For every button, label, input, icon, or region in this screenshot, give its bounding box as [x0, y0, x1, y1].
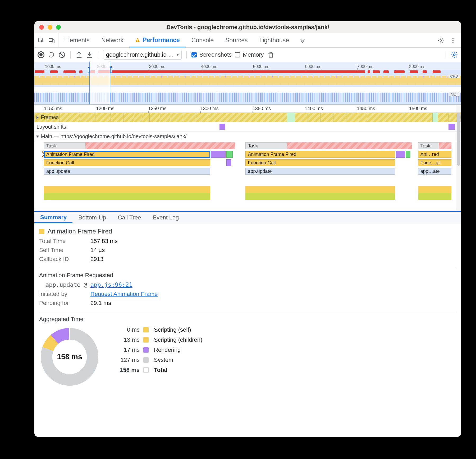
tab-console[interactable]: Console	[186, 33, 219, 47]
record-icon[interactable]	[38, 51, 44, 58]
seg-label: app…ate	[420, 169, 440, 174]
legend-swatch	[143, 367, 149, 373]
tab-label: Console	[191, 37, 214, 44]
summary-tab-call-tree[interactable]: Call Tree	[112, 212, 147, 223]
tick-label: 7000 ms	[357, 64, 373, 69]
tab-label: Sources	[225, 37, 248, 44]
inspect-icon[interactable]	[37, 37, 45, 44]
source-at: @	[84, 281, 87, 288]
initiator-link[interactable]: Request Animation Frame	[90, 291, 158, 297]
legend-num: 13 ms	[111, 336, 140, 343]
tick-label: 6000 ms	[305, 64, 321, 69]
flame-seg-fcall[interactable]: Function Call	[245, 159, 395, 166]
aggregated-time: Aggregated Time 158 ms	[39, 312, 456, 387]
flame-seg-fcall[interactable]: Function Call	[44, 159, 210, 166]
capture-settings-icon[interactable]	[451, 51, 458, 58]
source-link[interactable]: app.js:96:21	[90, 281, 132, 288]
kv-key: Total Time	[39, 238, 84, 245]
summary-tab-event-log[interactable]: Event Log	[147, 212, 185, 223]
legend-label: Scripting (self)	[154, 326, 202, 333]
flame-seg-paint[interactable]	[406, 151, 411, 158]
timeline-scrollbar[interactable]	[456, 105, 461, 211]
zoom-icon[interactable]	[56, 25, 61, 30]
download-icon[interactable]	[86, 51, 93, 58]
tab-performance[interactable]: Performance	[129, 33, 186, 47]
track-layout-shifts[interactable]: Layout shifts	[34, 122, 461, 132]
donut-center: 158 ms	[39, 326, 100, 387]
titlebar: DevTools - googlechrome.github.io/devtoo…	[34, 21, 461, 33]
seg-label: Function Call	[46, 160, 74, 166]
section-title: Aggregated Time	[39, 316, 456, 323]
flame-seg-layout[interactable]	[396, 151, 405, 158]
scroll-thumb[interactable]	[457, 113, 460, 166]
tab-lighthouse[interactable]: Lighthouse	[254, 33, 295, 47]
summary-tab-summary[interactable]: Summary	[34, 212, 72, 223]
flame-seg-fcall[interactable]: Func…all	[418, 159, 451, 166]
tab-network[interactable]: Network	[95, 33, 129, 47]
clear-icon[interactable]	[58, 51, 66, 58]
flame-seg-appupdate[interactable]: app…ate	[418, 168, 451, 175]
flame-chart[interactable]: Task Task Task Animation Frame Fired Ani…	[34, 141, 461, 210]
tick-label: 1400 ms	[305, 106, 323, 111]
tick-label: 1500 ms	[409, 106, 427, 111]
aggregated-legend: 0 ms Scripting (self) 13 ms Scripting (c…	[111, 326, 202, 374]
flame-seg-appupdate[interactable]: app.update	[44, 168, 210, 175]
tick-label: 3000 ms	[149, 64, 165, 69]
source-row: app.update @ app.js:96:21	[45, 281, 456, 288]
memory-checkbox[interactable]: Memory	[235, 51, 264, 58]
summary-tab-bottom-up[interactable]: Bottom-Up	[72, 212, 112, 223]
flame-seg-aff[interactable]: Ani…red	[418, 151, 451, 158]
minimize-icon[interactable]	[48, 25, 52, 30]
warning-icon	[135, 38, 140, 42]
summary-panel[interactable]: Animation Frame Fired Total Time 157.83 …	[34, 223, 461, 392]
tick-label: 1200 ms	[96, 106, 114, 111]
reload-icon[interactable]	[48, 51, 55, 58]
tick-label: 4000 ms	[201, 64, 217, 69]
recording-selector-label: googlechrome.github.io …	[106, 51, 174, 58]
screenshots-checkbox[interactable]: Screenshots	[191, 51, 232, 58]
chevron-down-icon: ▾	[177, 52, 179, 57]
device-toolbar-icon[interactable]	[48, 37, 56, 44]
tab-label: Performance	[143, 37, 180, 44]
flame-seg-aff[interactable]: Animation Frame Fired	[44, 151, 210, 158]
track-label: Frames	[41, 114, 59, 120]
close-icon[interactable]	[39, 25, 44, 30]
overview-selection[interactable]	[89, 62, 110, 104]
timeline[interactable]: 1150 ms 1200 ms 1250 ms 1300 ms 1350 ms …	[34, 105, 461, 212]
gc-icon[interactable]	[267, 51, 274, 58]
checkbox-label: Screenshots	[199, 51, 232, 58]
kv-value: 29.1 ms	[90, 300, 456, 307]
tab-elements[interactable]: Elements	[58, 33, 95, 47]
overview-handle-right[interactable]	[110, 67, 112, 73]
track-label-text: Layout shifts	[36, 124, 66, 130]
kebab-icon[interactable]	[449, 37, 457, 44]
tab-sources[interactable]: Sources	[219, 33, 253, 47]
panel-tabs: Elements Network Performance Console Sou…	[58, 33, 295, 47]
flame-seg-appupdate[interactable]: app.update	[245, 168, 395, 175]
flame-seg-aff[interactable]: Animation Frame Fired	[245, 151, 395, 158]
legend-swatch	[143, 357, 149, 363]
overview-handle-left[interactable]	[88, 67, 90, 73]
overview-strip[interactable]: 1000 ms 2000 ms 3000 ms 4000 ms 5000 ms …	[34, 62, 461, 105]
track-frames[interactable]: Frames null	[34, 113, 461, 122]
tick-label: 1450 ms	[357, 106, 375, 111]
tab-label: Event Log	[153, 214, 179, 221]
seg-label: Task	[248, 143, 258, 149]
legend-num: 17 ms	[111, 346, 140, 353]
upload-icon[interactable]	[75, 51, 83, 58]
tick-label: 8000 ms	[409, 64, 425, 69]
track-main[interactable]: Main — https://googlechrome.github.io/de…	[34, 132, 461, 141]
flame-seg-layout[interactable]	[211, 151, 226, 158]
recording-selector[interactable]: googlechrome.github.io … ▾	[103, 50, 182, 60]
settings-icon[interactable]	[437, 37, 445, 44]
tab-label: Network	[101, 37, 123, 44]
more-tabs-icon[interactable]	[295, 33, 310, 47]
flame-seg-paint[interactable]	[226, 151, 233, 158]
kv-value: 14 µs	[90, 247, 456, 254]
seg-label: Task	[46, 143, 56, 149]
legend-num: 127 ms	[111, 357, 140, 363]
tab-label: Summary	[40, 214, 67, 221]
event-name: Animation Frame Fired	[48, 228, 112, 235]
summary-initiator: Animation Frame Requested app.update @ a…	[39, 268, 456, 307]
flame-seg-tiny[interactable]	[226, 159, 231, 166]
